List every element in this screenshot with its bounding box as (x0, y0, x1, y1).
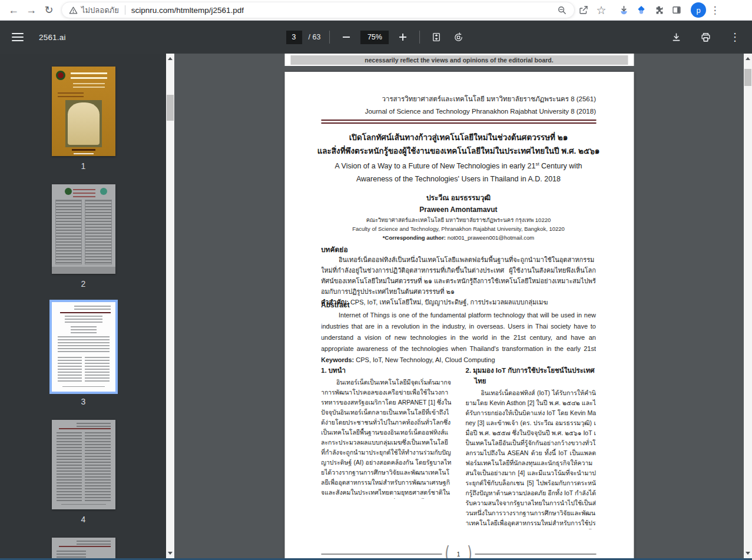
blue-extension-icon[interactable] (632, 1, 650, 19)
affiliation-thai: คณะวิทยาศาสตร์และเทคโนโลยี มหาวิทยาลัยรา… (315, 216, 602, 224)
pdf-menu-kebab-icon[interactable]: ⋮ (727, 29, 743, 45)
section-1-body: อินเทอร์เน็ตเป็นเทคโนโลยีมีจุดเริ่มต้นมา… (321, 377, 452, 499)
main-scrollbar[interactable] (744, 54, 752, 558)
abstract-english-heading: Abstract (321, 300, 596, 310)
extensions-puzzle-icon[interactable] (650, 1, 668, 19)
footer-brace-left: ( (442, 544, 453, 558)
pdf-page-3: วารสารวิทยาศาสตร์และเทคโนโลยี มหาวิทยาลั… (284, 72, 634, 558)
zoom-in-icon[interactable] (395, 29, 410, 45)
forward-icon[interactable]: → (22, 1, 40, 19)
security-label[interactable]: ไม่ปลอดภัย (81, 4, 119, 16)
two-column-body: 1. บทนำ อินเทอร์เน็ตเป็นเทคโนโลยีมีจุดเร… (321, 365, 596, 539)
pdf-title: 2561.ai (39, 33, 66, 42)
omnibox-divider (125, 5, 125, 15)
thumbnail-page-5[interactable]: 5 (52, 538, 115, 558)
previous-page-bottom: necessarily reflect the views and opinio… (284, 54, 634, 66)
not-secure-warning-icon[interactable] (69, 6, 78, 15)
title-thai-line2: และสิ่งที่พึงตระหนักรู้ของผู้ใช้งานของเท… (315, 144, 602, 158)
back-icon[interactable]: ← (5, 1, 22, 19)
author-name-english: Praween Amontamavut (315, 204, 602, 216)
thumbnail-image-1[interactable] (52, 67, 115, 156)
address-bar[interactable]: ไม่ปลอดภัย scipnru.com/htmltemp/j2561.pd… (61, 2, 575, 18)
abstract-thai-body: อินเทอร์เน็ตออฟทิงส์เป็นหนึ่งในเทคโนโลยี… (321, 254, 596, 297)
cover-portrait (65, 100, 102, 147)
thumbnail-label: 3 (81, 396, 86, 407)
zoom-out-icon[interactable] (339, 29, 354, 45)
abstract-thai-heading: บทคัดย่อ (321, 245, 596, 254)
side-panel-icon[interactable] (668, 1, 685, 19)
author-block: ประวีณ อมรธรรมวุฒิ Praween Amontamavut ค… (315, 192, 602, 244)
url-text[interactable]: scipnru.com/htmltemp/j2561.pdf (131, 6, 244, 15)
thumbnail-sidebar: 1 2 (0, 54, 174, 558)
author-name-thai: ประวีณ อมรธรรมวุฒิ (315, 192, 602, 204)
sidebar-scrollbar-thumb[interactable] (167, 95, 174, 121)
title-english-line1: A Vision of a Way to a Future of New Tec… (315, 158, 602, 173)
journal-header-thai: วารสารวิทยาศาสตร์และเทคโนโลยี มหาวิทยาลั… (321, 93, 596, 105)
download-icon[interactable] (668, 29, 684, 45)
pdf-toolbar: 2561.ai 3 / 63 75% (0, 21, 752, 54)
thumbnail-page-3-selected[interactable]: 3 (52, 302, 115, 407)
title-thai-line1: เปิดโลกทัศน์เส้นทางก้าวสู่เทคโนโลยีใหม่ใ… (315, 131, 602, 144)
toolbar-divider (329, 31, 330, 44)
thumbnail-image-3[interactable] (52, 302, 115, 392)
thumbnail-image-2[interactable] (52, 184, 115, 274)
journal-emblem (56, 71, 65, 80)
thumbnail-label: 2 (81, 279, 86, 290)
abstract-english-body: Internet of Things is one of the fundame… (321, 310, 596, 354)
page-count-label: / 63 (309, 33, 321, 41)
share-icon[interactable] (575, 1, 592, 19)
page-number-input[interactable]: 3 (286, 31, 302, 44)
title-english-line2: Awareness of the Technologies' Users in … (315, 173, 602, 185)
print-icon[interactable] (698, 29, 713, 45)
viewer-content: 1 2 (0, 54, 752, 558)
corresponding-email: not001_praween001@hotmail.com (446, 234, 534, 241)
keywords-english: Keywords: CPS, IoT, New Technology, AI, … (321, 354, 596, 365)
download-extension-icon[interactable] (615, 1, 632, 19)
column-right: 2. มุมมอง IoT กับการใช้ประโยชน์ในประเทศไ… (466, 365, 597, 539)
browser-menu-kebab-icon[interactable]: ⋮ (706, 1, 724, 19)
sidebar-scrollbar[interactable] (166, 54, 174, 558)
thumbnail-image-5[interactable] (52, 538, 115, 558)
scroll-down-icon[interactable] (168, 552, 173, 555)
reload-icon[interactable]: ↻ (40, 1, 58, 19)
header-double-rule (321, 120, 596, 124)
profile-avatar[interactable]: p (691, 2, 706, 18)
zoom-level-value[interactable]: 75% (360, 31, 389, 44)
article-title: เปิดโลกทัศน์เส้นทางก้าวสู่เทคโนโลยีใหม่ใ… (315, 131, 602, 186)
browser-toolbar: ← → ↻ ไม่ปลอดภัย scipnru.com/htmltemp/j2… (0, 0, 752, 21)
extension-icons (615, 1, 685, 19)
footer-brace-right: ) (464, 544, 475, 558)
scroll-down-icon[interactable] (746, 552, 750, 555)
page-footer-number: 1 (453, 551, 465, 558)
previous-page-footer-text: necessarily reflect the views and opinio… (290, 55, 628, 65)
section-2-heading: 2. มุมมอง IoT กับการใช้ประโยชน์ในประเทศไ… (466, 365, 597, 386)
bookmark-star-icon[interactable]: ☆ (592, 1, 610, 19)
fit-to-page-icon[interactable] (429, 29, 444, 45)
section-1-heading: 1. บทนำ (321, 365, 452, 376)
main-scrollbar-thumb[interactable] (744, 69, 751, 86)
thumbnail-label: 4 (81, 514, 86, 525)
corresponding-author-line: *Corresponding author: not001_praween001… (315, 233, 602, 243)
thumbnail-page-1[interactable]: 1 (52, 67, 115, 172)
thumbnail-page-4[interactable]: 4 (52, 420, 115, 525)
journal-header-english: Journal of Science and Technology Phrana… (321, 105, 596, 118)
pdf-page-view: necessarily reflect the views and opinio… (174, 54, 744, 558)
scroll-up-icon[interactable] (746, 57, 750, 60)
thumbnail-label: 1 (81, 161, 86, 172)
rotate-icon[interactable] (450, 29, 466, 45)
scroll-up-icon[interactable] (168, 57, 173, 60)
thumbnail-page-2[interactable]: 2 (52, 184, 115, 290)
thumbnail-image-4[interactable] (52, 420, 115, 509)
column-left: 1. บทนำ อินเทอร์เน็ตเป็นเทคโนโลยีมีจุดเร… (321, 365, 452, 539)
journal-header: วารสารวิทยาศาสตร์และเทคโนโลยี มหาวิทยาลั… (321, 93, 596, 118)
menu-hamburger-icon[interactable] (12, 33, 24, 41)
affiliation-english: Faculty of Science and Technology, Phran… (315, 224, 602, 233)
toolbar-divider (419, 31, 420, 44)
zoom-out-page-icon[interactable] (557, 5, 567, 15)
page-footer: ( 1 ) (321, 542, 596, 558)
section-2-body: อินเทอร์เน็ตออฟทิงส์ (IoT) ได้รับการให้ค… (466, 388, 597, 529)
